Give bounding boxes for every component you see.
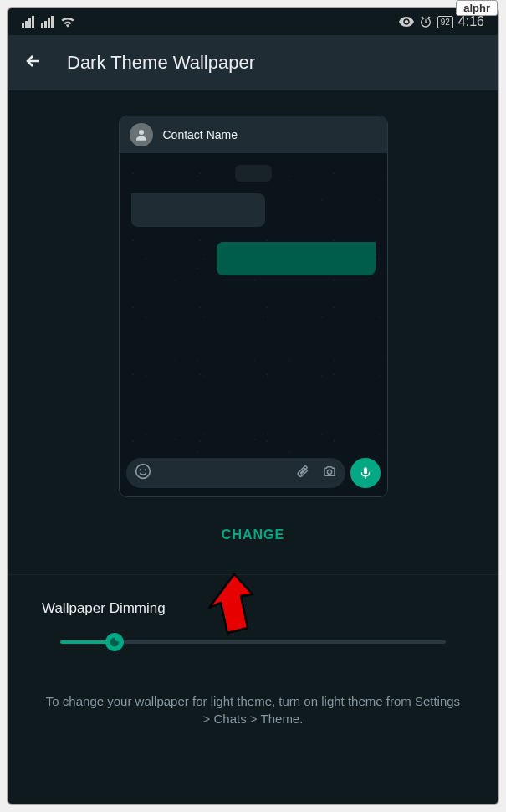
chat-preview: Contact Name	[119, 116, 388, 497]
page-title: Dark Theme Wallpaper	[67, 52, 255, 74]
content-area: Contact Name	[8, 90, 498, 727]
incoming-message-bubble	[131, 193, 265, 227]
signal-icon-2	[41, 16, 54, 28]
status-right: 92 4:16	[399, 14, 484, 29]
eye-icon	[399, 16, 414, 28]
dimming-label: Wallpaper Dimming	[42, 600, 464, 617]
outgoing-message-bubble	[217, 242, 376, 275]
message-input	[126, 458, 345, 488]
divider	[8, 574, 498, 575]
wallpaper-preview-container: Contact Name	[8, 107, 498, 519]
slider-thumb[interactable]	[105, 633, 124, 651]
svg-point-4	[144, 469, 146, 471]
svg-point-1	[139, 130, 144, 135]
contact-name: Contact Name	[163, 128, 238, 141]
status-bar: 92 4:16	[8, 8, 498, 35]
camera-icon	[322, 464, 337, 482]
dimming-section: Wallpaper Dimming	[8, 600, 498, 644]
watermark-badge: alphr	[456, 0, 498, 16]
device-frame: 92 4:16 Dark Theme Wallpaper Contact Nam…	[7, 7, 499, 805]
chat-body	[120, 153, 387, 456]
app-header: Dark Theme Wallpaper	[8, 35, 498, 90]
back-button[interactable]	[23, 51, 43, 75]
attachment-icon	[295, 464, 310, 482]
date-pill	[235, 165, 272, 182]
avatar-icon	[130, 123, 153, 146]
alarm-icon	[419, 15, 432, 28]
emoji-icon	[135, 463, 151, 484]
battery-indicator: 92	[437, 16, 453, 28]
wifi-icon	[60, 16, 75, 28]
svg-point-3	[139, 469, 141, 471]
dimming-slider[interactable]	[60, 640, 446, 644]
chat-preview-header: Contact Name	[120, 116, 387, 153]
svg-point-2	[135, 464, 150, 478]
svg-point-5	[327, 470, 331, 474]
signal-icon-1	[22, 16, 34, 28]
change-button[interactable]: CHANGE	[8, 519, 498, 551]
chat-input-bar	[120, 456, 387, 496]
status-time: 4:16	[458, 14, 484, 29]
mic-button	[350, 458, 381, 488]
status-left	[22, 16, 75, 28]
footer-hint: To change your wallpaper for light theme…	[8, 692, 498, 727]
